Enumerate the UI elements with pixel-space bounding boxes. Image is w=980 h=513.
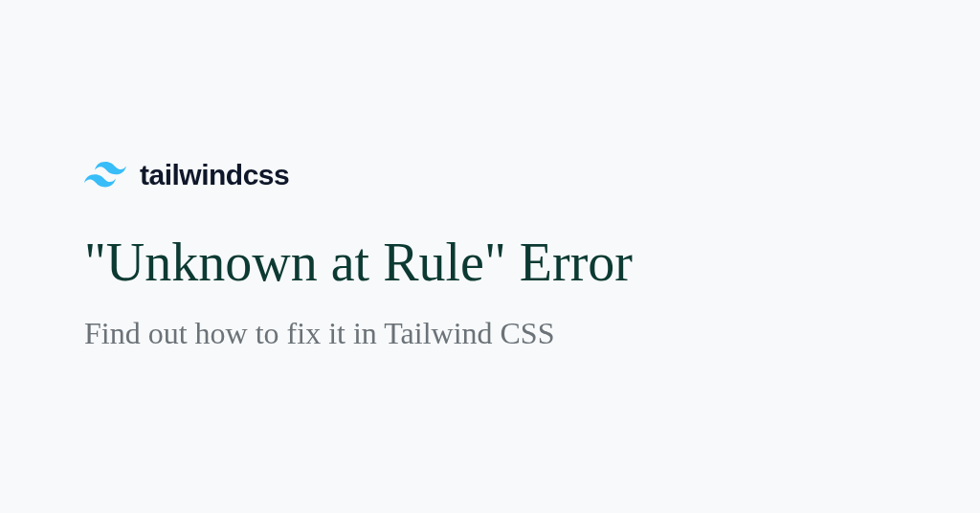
brand-name: tailwindcss: [140, 159, 289, 191]
tailwindcss-logo-icon: [84, 162, 126, 189]
brand-logo: tailwindcss: [84, 159, 980, 191]
page-subtitle: Find out how to fix it in Tailwind CSS: [84, 314, 980, 354]
page-title: "Unknown at Rule" Error: [84, 232, 980, 293]
